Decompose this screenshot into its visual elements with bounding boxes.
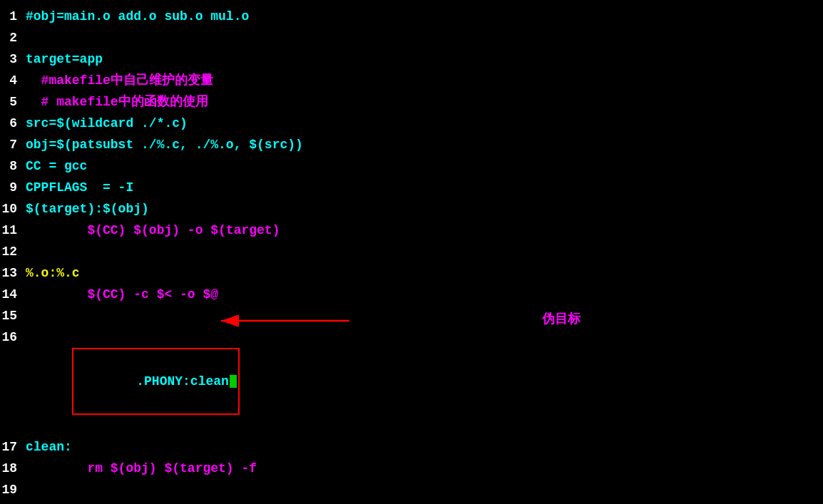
line-num-17: 17 (0, 436, 26, 458)
code-line-7: 7 obj=$(patsubst ./%.c, ./%.o, $(src)) (0, 134, 823, 155)
line-content-8[interactable]: CC = gcc (26, 155, 823, 177)
code-line-8: 8 CC = gcc (0, 155, 823, 177)
line-content-3[interactable]: target=app (26, 48, 823, 70)
line-content-4[interactable]: #makefile中自己维护的变量 (26, 70, 823, 91)
code-line-14: 14 $(CC) -c $< -o $@ (0, 284, 823, 305)
code-line-17: 17 clean: (0, 436, 823, 458)
line-num-7: 7 (0, 134, 26, 155)
line-num-13: 13 (0, 262, 26, 284)
code-line-19: 19 (0, 479, 823, 500)
line-content-7[interactable]: obj=$(patsubst ./%.c, ./%.o, $(src)) (26, 134, 823, 155)
line-content-11[interactable]: $(CC) $(obj) -o $(target) (26, 220, 823, 241)
code-line-5: 5 # makefile中的函数的使用 (0, 91, 823, 113)
code-line-15: 15 (0, 305, 823, 326)
line-num-14: 14 (0, 284, 26, 305)
line-num-11: 11 (0, 220, 26, 241)
line-num-20: 20 (0, 500, 26, 504)
line-content-13[interactable]: %.o:%.c (26, 262, 823, 284)
cursor (230, 375, 237, 388)
line-content-20[interactable]: hello: (26, 500, 823, 504)
code-line-4: 4 #makefile中自己维护的变量 (0, 70, 823, 91)
line-content-1[interactable]: #obj=main.o add.o sub.o mul.o (26, 6, 823, 27)
line-content-17[interactable]: clean: (26, 436, 823, 458)
line-num-18: 18 (0, 458, 26, 479)
line-num-9: 9 (0, 177, 26, 198)
line-num-2: 2 (0, 27, 26, 48)
line-content-10[interactable]: $(target):$(obj) (26, 198, 823, 220)
line-num-1: 1 (0, 6, 26, 27)
line-num-15: 15 (0, 305, 26, 326)
phony-text: .PHONY:clean (136, 374, 229, 389)
line-num-16: 16 (0, 326, 26, 348)
line-num-5: 5 (0, 91, 26, 113)
line-content-18[interactable]: rm $(obj) $(target) -f (26, 458, 823, 479)
line-num-8: 8 (0, 155, 26, 177)
line-num-4: 4 (0, 70, 26, 91)
line-num-12: 12 (0, 241, 26, 262)
code-line-13: 13 %.o:%.c (0, 262, 823, 284)
annotation-text: 伪目标 (542, 310, 581, 327)
code-line-16: 16 .PHONY:clean (0, 326, 823, 436)
phony-highlight: .PHONY:clean (72, 348, 240, 415)
line-num-6: 6 (0, 113, 26, 134)
code-line-2: 2 (0, 27, 823, 48)
line-content-14[interactable]: $(CC) -c $< -o $@ (26, 284, 823, 305)
line-num-19: 19 (0, 479, 26, 500)
line-content-9[interactable]: CPPFLAGS = -I (26, 177, 823, 198)
code-line-20: 20 hello: (0, 500, 823, 504)
code-line-10: 10 $(target):$(obj) (0, 198, 823, 220)
line-content-5[interactable]: # makefile中的函数的使用 (26, 91, 823, 113)
editor-container: 1 #obj=main.o add.o sub.o mul.o 2 3 targ… (0, 0, 823, 504)
line-content-6[interactable]: src=$(wildcard ./*.c) (26, 113, 823, 134)
code-line-3: 3 target=app (0, 48, 823, 70)
code-line-1: 1 #obj=main.o add.o sub.o mul.o (0, 6, 823, 27)
code-line-6: 6 src=$(wildcard ./*.c) (0, 113, 823, 134)
line-content-16[interactable]: .PHONY:clean (26, 326, 823, 436)
annotation-arrow (207, 307, 392, 335)
line-num-10: 10 (0, 198, 26, 220)
line-num-3: 3 (0, 48, 26, 70)
code-line-12: 12 (0, 241, 823, 262)
code-line-11: 11 $(CC) $(obj) -o $(target) (0, 220, 823, 241)
code-line-18: 18 rm $(obj) $(target) -f (0, 458, 823, 479)
code-line-9: 9 CPPFLAGS = -I (0, 177, 823, 198)
